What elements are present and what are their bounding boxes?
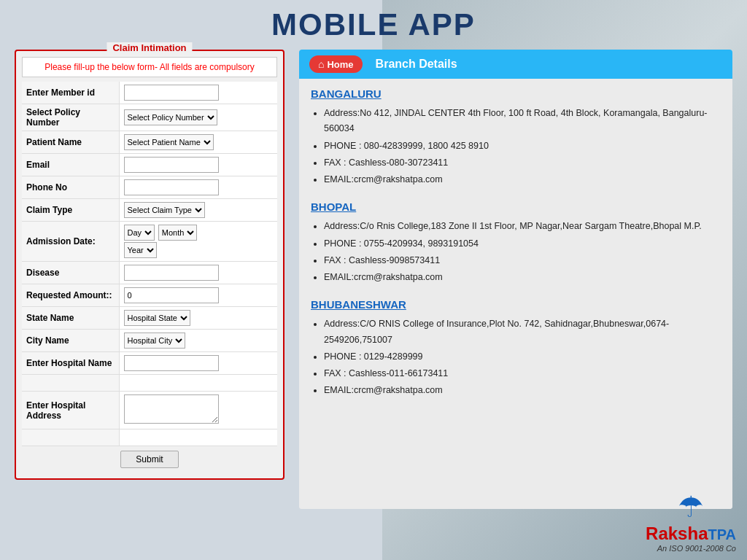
table-row: City Name Hospital City (22, 330, 277, 352)
hospital-address-input[interactable] (124, 394, 219, 424)
branch-detail-list: Address:C/O RNIS College of Insurance,Pl… (311, 316, 721, 398)
home-label: Home (327, 59, 353, 70)
form-table: Enter Member id Select Policy Number Sel… (22, 82, 277, 446)
list-item: PHONE : 080-42839999, 1800 425 8910 (324, 139, 721, 154)
logo-area: ☂ RakshaTPA An ISO 9001-2008 Co (646, 490, 736, 553)
branch-header-title: Branch Details (376, 58, 457, 71)
table-row: Patient Name Select Patient Name (22, 131, 277, 154)
hospital-name-input[interactable] (124, 355, 219, 371)
submit-button[interactable]: Submit (120, 451, 178, 468)
branch-city-block: BANGALURUAddress:No 412, JINDAL CENTER 4… (311, 88, 721, 187)
phone-input[interactable] (124, 179, 219, 195)
list-item: FAX : Cashless-9098573411 (324, 253, 721, 268)
table-row: Enter Hospital Address (22, 392, 277, 429)
list-item: PHONE : 0129-4289999 (324, 349, 721, 365)
table-row: Requested Amount:: (22, 284, 277, 307)
claim-form: Claim Intimation Please fill-up the belo… (15, 50, 285, 480)
list-item: EMAIL:crcm@rakshatpa.com (324, 172, 721, 187)
state-name-label: State Name (22, 307, 119, 330)
branch-content: BANGALURUAddress:No 412, JINDAL CENTER 4… (299, 79, 732, 509)
home-button[interactable]: ⌂ Home (309, 55, 363, 73)
claim-type-label: Claim Type (22, 199, 119, 222)
table-row (22, 375, 277, 392)
list-item: EMAIL:crcm@rakshatpa.com (324, 383, 721, 398)
branch-header: ⌂ Home Branch Details (299, 50, 732, 79)
form-notice: Please fill-up the below form- All field… (22, 57, 277, 77)
requested-amount-input[interactable] (124, 287, 219, 303)
table-row: Claim Type Select Claim Type (22, 199, 277, 222)
table-row: Admission Date: Day Month Year (22, 222, 277, 262)
claim-form-title: Claim Intimation (107, 42, 192, 53)
disease-label: Disease (22, 262, 119, 284)
table-row: Phone No (22, 176, 277, 199)
email-input[interactable] (124, 157, 219, 173)
policy-number-select[interactable]: Select Policy Number (124, 109, 217, 125)
page-title: MOBILE APP (15, 7, 732, 42)
hospital-name-label: Enter Hospital Name (22, 352, 119, 375)
table-row: State Name Hospital State (22, 307, 277, 330)
logo-umbrella-icon: ☂ (646, 490, 736, 524)
branch-detail-list: Address:C/o Rnis College,183 Zone II 1st… (311, 219, 721, 285)
table-row (22, 429, 277, 446)
member-id-label: Enter Member id (22, 82, 119, 104)
list-item: Address:C/o Rnis College,183 Zone II 1st… (324, 219, 721, 234)
logo-sub: An ISO 9001-2008 Co (646, 544, 736, 553)
claim-type-select[interactable]: Select Claim Type (124, 202, 205, 218)
submit-row: Submit (22, 446, 277, 472)
city-name-select[interactable]: Hospital City (124, 332, 185, 349)
patient-name-label: Patient Name (22, 131, 119, 154)
disease-input[interactable] (124, 265, 219, 281)
home-icon: ⌂ (318, 58, 324, 70)
list-item: PHONE : 0755-4209934, 9893191054 (324, 236, 721, 252)
city-name-label: City Name (22, 330, 119, 352)
table-row: Disease (22, 262, 277, 284)
admission-month-select[interactable]: Month (158, 225, 197, 241)
branch-city-block: BHUBANESHWARAddress:C/O RNIS College of … (311, 298, 721, 398)
table-row: Enter Member id (22, 82, 277, 104)
phone-label: Phone No (22, 176, 119, 199)
admission-year-select[interactable]: Year (124, 242, 157, 258)
branch-city-block: BHOPALAddress:C/o Rnis College,183 Zone … (311, 201, 721, 285)
branch-details-panel: ⌂ Home Branch Details BANGALURUAddress:N… (299, 50, 732, 509)
list-item: FAX : Cashless-011-66173411 (324, 366, 721, 381)
branch-city-name[interactable]: BANGALURU (311, 88, 721, 100)
table-row: Select Policy Number Select Policy Numbe… (22, 104, 277, 131)
list-item: EMAIL:crcm@rakshatpa.com (324, 270, 721, 285)
branch-city-name[interactable]: BHOPAL (311, 201, 721, 213)
logo-brand: RakshaTPA (646, 524, 736, 544)
patient-name-select[interactable]: Select Patient Name (124, 134, 214, 150)
hospital-address-label: Enter Hospital Address (22, 392, 119, 429)
list-item: Address:C/O RNIS College of Insurance,Pl… (324, 316, 721, 348)
admission-date-label: Admission Date: (22, 222, 119, 262)
list-item: FAX : Cashless-080-30723411 (324, 155, 721, 171)
state-name-select[interactable]: Hospital State (124, 310, 190, 326)
email-label: Email (22, 154, 119, 176)
branch-detail-list: Address:No 412, JINDAL CENTER 4th Floor,… (311, 106, 721, 187)
table-row: Email (22, 154, 277, 176)
admission-day-select[interactable]: Day (124, 225, 155, 241)
policy-number-label: Select Policy Number (22, 104, 119, 131)
list-item: Address:No 412, JINDAL CENTER 4th Floor,… (324, 106, 721, 137)
table-row: Enter Hospital Name (22, 352, 277, 375)
member-id-input[interactable] (124, 85, 219, 101)
requested-amount-label: Requested Amount:: (22, 284, 119, 307)
branch-city-name[interactable]: BHUBANESHWAR (311, 298, 721, 311)
